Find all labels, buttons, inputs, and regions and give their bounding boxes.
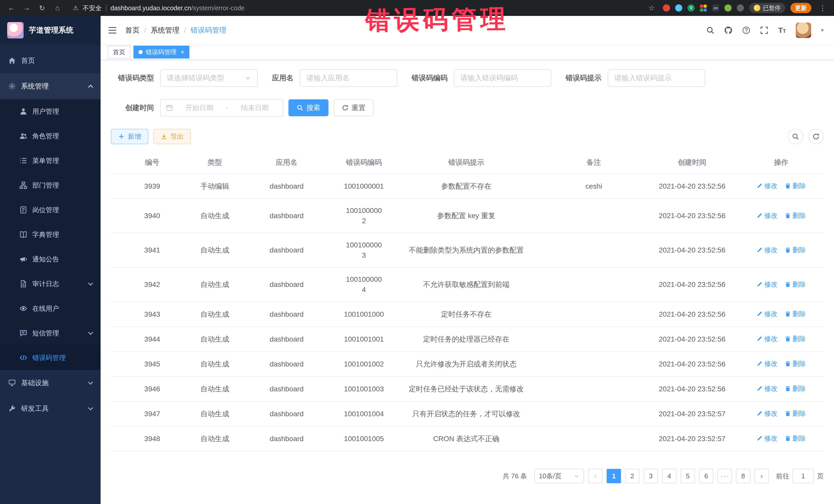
fullscreen-icon[interactable] xyxy=(760,26,768,35)
reset-button[interactable]: 重置 xyxy=(334,99,374,116)
extension-icon[interactable] xyxy=(724,4,731,12)
delete-link[interactable]: 删除 xyxy=(785,245,806,255)
edit-link[interactable]: 修改 xyxy=(756,384,777,394)
main-content: 错误码类型 请选择错误码类型 应用名 错误码编码 错误码提示 创建时间 开始日期… xyxy=(101,60,834,504)
edit-link[interactable]: 修改 xyxy=(756,245,777,255)
extension-icon[interactable] xyxy=(675,4,682,12)
delete-link[interactable]: 删除 xyxy=(785,309,806,319)
edit-link[interactable]: 修改 xyxy=(756,309,777,319)
extensions-puzzle-icon[interactable] xyxy=(700,4,707,12)
delete-link[interactable]: 删除 xyxy=(785,181,806,191)
edit-link[interactable]: 修改 xyxy=(756,334,777,344)
cell-code: 100100000 3 xyxy=(337,233,391,267)
app-logo-row[interactable]: 芋道管理系统 xyxy=(0,16,101,45)
search-button[interactable]: 搜索 xyxy=(288,99,328,116)
extension-icon[interactable]: on xyxy=(712,4,719,12)
tab-首页[interactable]: 首页 xyxy=(108,46,130,59)
export-button[interactable]: 导出 xyxy=(153,129,191,144)
sidebar-item-online-user[interactable]: 在线用户 xyxy=(0,296,101,321)
sidebar-item-role[interactable]: 角色管理 xyxy=(0,124,101,148)
sidebar-item-post[interactable]: 岗位管理 xyxy=(0,198,101,222)
page-button-6[interactable]: 6 xyxy=(699,469,714,483)
delete-link[interactable]: 删除 xyxy=(785,279,806,289)
cell-remark xyxy=(542,426,646,451)
browser-home-icon[interactable]: ⌂ xyxy=(51,2,64,14)
sidebar-item-error-code[interactable]: 错误码管理 xyxy=(0,345,101,370)
github-icon[interactable] xyxy=(724,26,732,35)
delete-link[interactable]: 删除 xyxy=(785,408,806,419)
goto-page-input[interactable] xyxy=(792,469,814,483)
update-button[interactable]: 更新 xyxy=(790,3,811,13)
breadcrumb-item[interactable]: 系统管理 xyxy=(151,25,179,35)
sidebar-item-dict[interactable]: 字典管理 xyxy=(0,222,101,247)
extension-icon[interactable] xyxy=(663,4,670,12)
reload-icon[interactable]: ↻ xyxy=(36,2,48,14)
show-search-button[interactable] xyxy=(788,129,803,144)
sidebar-item-menu[interactable]: 菜单管理 xyxy=(0,148,101,173)
cell-code: 1001000001 xyxy=(337,174,391,199)
forward-icon[interactable]: → xyxy=(21,2,33,14)
sidebar-item-system[interactable]: 系统管理 xyxy=(0,73,101,99)
error-hint-input[interactable] xyxy=(608,69,705,87)
refresh-table-button[interactable] xyxy=(808,129,824,144)
search-icon[interactable] xyxy=(706,26,715,35)
sidebar-item-user[interactable]: 用户管理 xyxy=(0,99,101,124)
delete-link[interactable]: 删除 xyxy=(785,211,806,221)
sidebar-item-label: 岗位管理 xyxy=(32,205,59,215)
browser-nav-buttons: ← → ↻ ⌂ xyxy=(5,2,64,14)
date-range-picker[interactable]: 开始日期 - 结束日期 xyxy=(160,99,283,116)
error-code-input[interactable] xyxy=(454,69,551,87)
delete-link[interactable]: 删除 xyxy=(785,334,806,344)
edit-link[interactable]: 修改 xyxy=(756,211,777,221)
page-button-4[interactable]: 4 xyxy=(662,469,676,483)
edit-link[interactable]: 修改 xyxy=(756,408,777,419)
page-size-select[interactable]: 10条/页 xyxy=(534,469,584,483)
sidebar-item-dept[interactable]: 部门管理 xyxy=(0,173,101,198)
chrome-menu-icon[interactable]: ⋮ xyxy=(816,2,829,14)
font-size-icon[interactable]: TT xyxy=(778,26,786,35)
sidebar-item-notice[interactable]: 通知公告 xyxy=(0,247,101,271)
page-button-1[interactable]: 1 xyxy=(607,469,621,483)
address-bar[interactable]: ⚠ 不安全 dashboard.yudao.iocoder.cn/system/… xyxy=(68,4,641,12)
sidebar-item-tools[interactable]: 研发工具 xyxy=(0,396,101,421)
sidebar-item-audit-log[interactable]: 审计日志 xyxy=(0,271,101,296)
delete-link[interactable]: 删除 xyxy=(785,384,806,394)
page-button-5[interactable]: 5 xyxy=(681,469,695,483)
page-button-8[interactable]: 8 xyxy=(736,469,750,483)
add-button[interactable]: 新增 xyxy=(111,129,148,144)
next-page-button[interactable]: › xyxy=(754,469,769,483)
sidebar-item-sms[interactable]: 短信管理 xyxy=(0,321,101,345)
user-avatar[interactable] xyxy=(796,23,811,38)
message-icon xyxy=(20,329,27,337)
sidebar-item-label: 错误码管理 xyxy=(32,353,66,363)
error-type-select[interactable]: 请选择错误码类型 xyxy=(160,69,258,87)
page-button-3[interactable]: 3 xyxy=(643,469,658,483)
extension-icon[interactable]: V xyxy=(687,4,695,12)
profile-paused-badge[interactable]: 已暂停 xyxy=(749,3,785,13)
chevron-down-icon xyxy=(574,473,579,479)
bookmark-star-icon[interactable]: ☆ xyxy=(645,2,658,14)
breadcrumb-item[interactable]: 首页 xyxy=(125,25,139,35)
page-button-2[interactable]: 2 xyxy=(625,469,639,483)
tab-错误码管理[interactable]: 错误码管理× xyxy=(133,46,190,59)
sidebar-item-home[interactable]: 首页 xyxy=(0,48,101,73)
edit-link[interactable]: 修改 xyxy=(756,279,777,289)
chevron-down-icon[interactable]: ▾ xyxy=(821,27,824,34)
delete-link[interactable]: 删除 xyxy=(785,433,806,443)
edit-link[interactable]: 修改 xyxy=(756,181,777,191)
back-icon[interactable]: ← xyxy=(5,2,18,14)
help-icon[interactable] xyxy=(742,26,750,35)
delete-link[interactable]: 删除 xyxy=(785,358,806,369)
extension-icon[interactable] xyxy=(737,4,744,12)
edit-link[interactable]: 修改 xyxy=(756,433,777,443)
edit-link[interactable]: 修改 xyxy=(756,358,777,369)
cell-hint: 只有开启状态的任务，才可以修改 xyxy=(391,401,542,426)
prev-page-button[interactable]: ‹ xyxy=(588,469,602,483)
sidebar-toggle-icon[interactable] xyxy=(108,26,117,35)
table-row: 3944自动生成dashboard1001001001定时任务的处理器已经存在2… xyxy=(111,327,824,352)
tab-close-icon[interactable]: × xyxy=(181,49,184,55)
pager-ellipsis[interactable]: ··· xyxy=(718,469,732,483)
app-name-input[interactable] xyxy=(300,69,397,87)
cell-remark xyxy=(542,401,646,426)
sidebar-item-infra[interactable]: 基础设施 xyxy=(0,370,101,396)
